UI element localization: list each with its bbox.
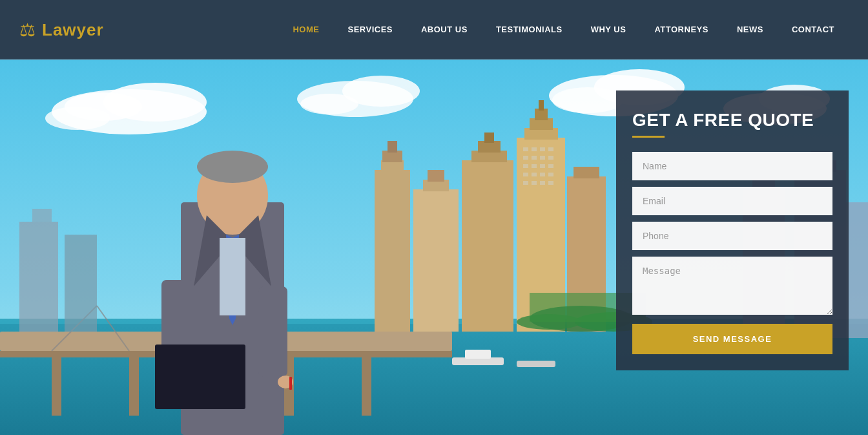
svg-rect-18 <box>129 351 139 416</box>
svg-rect-36 <box>462 160 513 332</box>
svg-rect-89 <box>258 286 287 377</box>
svg-rect-46 <box>574 167 599 178</box>
svg-rect-66 <box>532 173 537 176</box>
nav-link-attorneys[interactable]: ATTORNEYS <box>640 0 722 59</box>
svg-rect-71 <box>540 181 545 185</box>
svg-rect-32 <box>388 141 397 153</box>
svg-rect-78 <box>465 350 491 359</box>
svg-rect-26 <box>19 222 58 332</box>
svg-rect-88 <box>155 345 245 409</box>
nav-item-about[interactable]: ABOUT US <box>407 0 482 59</box>
phone-input[interactable] <box>632 222 832 250</box>
svg-rect-70 <box>532 181 537 185</box>
nav-item-contact[interactable]: CONTACT <box>778 0 849 59</box>
nav-link-contact[interactable]: CONTACT <box>778 0 849 59</box>
svg-point-10 <box>552 87 623 113</box>
logo-text: Lawyer <box>42 20 104 40</box>
svg-rect-35 <box>428 170 444 182</box>
svg-rect-62 <box>532 164 537 168</box>
svg-rect-52 <box>846 202 868 338</box>
svg-rect-58 <box>532 156 537 160</box>
svg-rect-60 <box>548 156 553 160</box>
hero-section: ⚖ Lawyer HOME SERVICES ABOUT US TESTIMON… <box>0 0 868 435</box>
svg-rect-61 <box>523 164 528 168</box>
svg-rect-59 <box>540 156 545 160</box>
send-message-button[interactable]: SEND MESSAGE <box>632 324 832 354</box>
email-input[interactable] <box>632 187 832 215</box>
svg-rect-17 <box>52 351 61 416</box>
svg-rect-21 <box>362 351 371 416</box>
quote-form-divider <box>632 136 665 138</box>
svg-rect-28 <box>65 235 97 332</box>
svg-rect-29 <box>375 170 410 332</box>
svg-rect-53 <box>523 147 528 151</box>
nav-item-attorneys[interactable]: ATTORNEYS <box>640 0 722 59</box>
nav-item-news[interactable]: NEWS <box>723 0 778 59</box>
logo-icon: ⚖ <box>19 19 36 41</box>
nav-link-home[interactable]: HOME <box>278 0 333 59</box>
quote-form-container: GET A FREE QUOTE SEND MESSAGE <box>616 90 849 370</box>
svg-rect-65 <box>523 173 528 176</box>
nav-link-why[interactable]: WHY US <box>577 0 641 59</box>
svg-rect-68 <box>548 173 553 176</box>
nav-links: HOME SERVICES ABOUT US TESTIMONIALS WHY … <box>278 0 849 59</box>
svg-rect-57 <box>523 156 528 160</box>
svg-rect-72 <box>548 181 553 185</box>
svg-rect-67 <box>540 173 545 176</box>
svg-rect-27 <box>32 209 52 222</box>
quote-form-title: GET A FREE QUOTE <box>632 110 832 131</box>
nav-link-news[interactable]: NEWS <box>723 0 778 59</box>
svg-point-4 <box>45 107 110 130</box>
svg-point-82 <box>197 151 268 183</box>
nav-item-testimonials[interactable]: TESTIMONIALS <box>482 0 577 59</box>
svg-rect-63 <box>540 164 545 168</box>
nav-link-services[interactable]: SERVICES <box>333 0 407 59</box>
nav-item-home[interactable]: HOME <box>278 0 333 59</box>
svg-rect-44 <box>539 100 544 111</box>
svg-rect-56 <box>548 147 553 151</box>
nav-item-services[interactable]: SERVICES <box>333 0 407 59</box>
message-input[interactable] <box>632 257 832 315</box>
logo-link[interactable]: ⚖ Lawyer <box>19 19 104 41</box>
navbar: ⚖ Lawyer HOME SERVICES ABOUT US TESTIMON… <box>0 0 868 59</box>
svg-rect-91 <box>289 377 292 390</box>
svg-rect-79 <box>517 361 555 367</box>
svg-rect-69 <box>523 181 528 185</box>
svg-rect-64 <box>548 164 553 168</box>
svg-rect-86 <box>220 238 245 315</box>
svg-point-7 <box>300 94 358 114</box>
name-input[interactable] <box>632 152 832 180</box>
svg-rect-33 <box>413 189 459 332</box>
svg-rect-55 <box>540 147 545 151</box>
nav-link-testimonials[interactable]: TESTIMONIALS <box>482 0 577 59</box>
svg-rect-54 <box>532 147 537 151</box>
nav-item-why[interactable]: WHY US <box>577 0 641 59</box>
nav-link-about[interactable]: ABOUT US <box>407 0 482 59</box>
svg-rect-39 <box>484 133 494 143</box>
